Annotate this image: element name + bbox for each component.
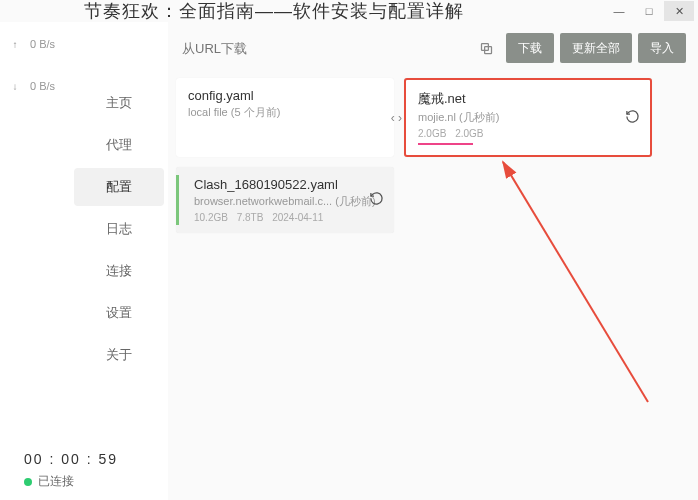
urlbar-row: 下载 更新全部 导入 [176,32,686,64]
window-title: 节奏狂欢：全面指南——软件安装与配置详解 [84,0,464,23]
speed-up-row: ↑ [0,30,30,58]
copy-icon[interactable] [472,34,500,62]
speed-down-row: ↓ [0,72,30,100]
card-title: config.yaml [188,88,382,103]
status-label: 已连接 [38,473,74,490]
sidebar-item-label: 关于 [106,346,132,364]
sidebar-item-label: 主页 [106,94,132,112]
window-controls: — □ ✕ [604,1,694,21]
card-title: Clash_1680190522.yaml [188,177,382,192]
card-host: mojie.nl [418,111,456,123]
arrow-up-icon: ↑ [13,39,18,50]
progress-bar [418,143,473,145]
close-button[interactable]: ✕ [664,1,694,21]
card-host: browser.networkwebmail.c... [194,195,332,207]
card-subtitle: mojie.nl (几秒前) [418,110,638,125]
sidebar-item-label: 连接 [106,262,132,280]
config-card-clash[interactable]: Clash_1680190522.yaml browser.networkweb… [176,167,394,233]
maximize-button[interactable]: □ [634,1,664,21]
card-title: 魔戒.net [418,90,638,108]
url-input[interactable] [176,32,466,64]
sidebar-item-label: 配置 [106,178,132,196]
config-card-row-2: Clash_1680190522.yaml browser.networkweb… [176,167,686,233]
swap-icon: ‹ › [391,111,402,125]
sidebar-item-log[interactable]: 日志 [74,210,164,248]
config-card-row-1: config.yaml local file (5 个月前) ‹ › 魔戒.ne… [176,78,686,157]
card-size-2: 7.8TB [237,212,264,223]
card-meta: 2.0GB 2.0GB [418,128,638,139]
sidebar-item-connect[interactable]: 连接 [74,252,164,290]
footer: 00 : 00 : 59 已连接 [24,451,118,490]
card-date: 2024-04-11 [272,212,323,223]
card-size-total: 2.0GB [455,128,483,139]
card-size-used: 2.0GB [418,128,446,139]
refresh-icon[interactable] [369,191,384,209]
sidebar-item-config[interactable]: 配置 [74,168,164,206]
card-time: (几秒前) [459,111,499,123]
config-card-local[interactable]: config.yaml local file (5 个月前) ‹ › [176,78,394,157]
speed-down-value: 0 B/s [30,72,70,100]
config-card-mojie[interactable]: 魔戒.net mojie.nl (几秒前) 2.0GB 2.0GB [404,78,652,157]
card-size-1: 10.2GB [194,212,228,223]
sidebar-item-proxy[interactable]: 代理 [74,126,164,164]
speed-up-unit: B/s [39,38,55,50]
arrow-down-icon: ↓ [13,81,18,92]
titlebar: 节奏狂欢：全面指南——软件安装与配置详解 — □ ✕ [0,0,698,22]
minimize-button[interactable]: — [604,1,634,21]
active-indicator [176,175,179,225]
sidebar-item-home[interactable]: 主页 [74,84,164,122]
app-body: ↑ ↓ 0 B/s 0 B/s 主页 代理 配置 日志 连接 设置 关于 下载 [0,22,698,500]
sidebar-item-about[interactable]: 关于 [74,336,164,374]
connection-timer: 00 : 00 : 59 [24,451,118,467]
card-meta: 10.2GB 7.8TB 2024-04-11 [188,212,382,223]
connection-status: 已连接 [24,473,118,490]
sidebar-item-settings[interactable]: 设置 [74,294,164,332]
speed-up-num: 0 [30,38,36,50]
status-dot-icon [24,478,32,486]
import-button[interactable]: 导入 [638,33,686,63]
speed-indicator-col: ↑ ↓ [0,22,30,500]
speed-down-unit: B/s [39,80,55,92]
download-button[interactable]: 下载 [506,33,554,63]
speed-down-num: 0 [30,80,36,92]
speed-up-value: 0 B/s [30,30,70,58]
update-all-button[interactable]: 更新全部 [560,33,632,63]
sidebar-item-label: 日志 [106,220,132,238]
refresh-icon[interactable] [625,109,640,127]
card-subtitle: local file (5 个月前) [188,105,382,120]
card-subtitle: browser.networkwebmail.c... (几秒前) [188,194,382,209]
speed-value-col: 0 B/s 0 B/s [30,22,70,500]
main-panel: 下载 更新全部 导入 config.yaml local file (5 个月前… [168,22,698,500]
sidebar: 主页 代理 配置 日志 连接 设置 关于 [70,22,168,500]
sidebar-item-label: 代理 [106,136,132,154]
sidebar-item-label: 设置 [106,304,132,322]
